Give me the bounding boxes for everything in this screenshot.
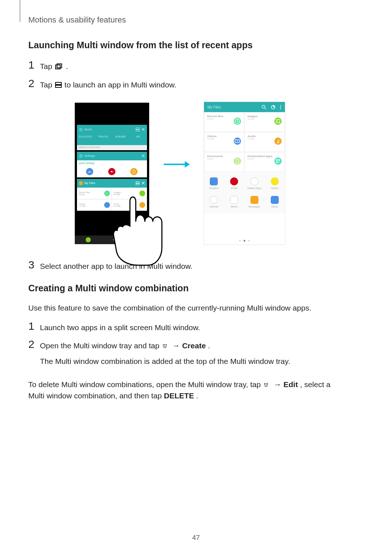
phone-screenshot-myfiles: My Files Recent files0.00 B Images30 MB … <box>204 102 285 245</box>
app-header: My Files <box>204 102 285 112</box>
svg-point-27 <box>164 347 164 348</box>
svg-point-34 <box>267 385 268 385</box>
svg-rect-7 <box>136 181 139 183</box>
dropbox-icon <box>210 177 218 185</box>
app-label: Dropbox <box>209 187 219 189</box>
svg-point-35 <box>265 386 266 387</box>
svg-point-21 <box>163 344 164 345</box>
svg-point-11 <box>280 105 281 106</box>
tray-menu-icon <box>162 341 170 352</box>
svg-rect-6 <box>133 170 135 173</box>
display-icon <box>130 168 138 175</box>
app-label: Music <box>271 205 278 208</box>
step-1: 1 Tap . <box>28 59 331 73</box>
section-intro: Use this feature to save the combination… <box>28 303 331 313</box>
list-header: DEFAULT PLAYLISTS <box>77 145 147 150</box>
cell-title: Videos <box>79 203 86 205</box>
more-icon <box>280 105 281 110</box>
txt: Tap <box>40 81 54 89</box>
svg-rect-1 <box>57 64 62 68</box>
memo-icon <box>230 196 238 204</box>
svg-rect-19 <box>278 159 280 161</box>
step-number: 1 <box>28 59 40 70</box>
svg-point-30 <box>266 383 266 384</box>
app-label: Messages <box>249 205 260 208</box>
txt: . <box>66 62 68 70</box>
gallery-icon <box>271 177 279 185</box>
quick-settings-row <box>77 166 147 177</box>
edit-label: Edit <box>283 380 298 389</box>
close-icon <box>142 154 145 157</box>
storage-icon <box>271 105 275 110</box>
galaxy-apps-icon <box>250 177 258 185</box>
search-icon <box>262 105 266 110</box>
step-b2: 2 Open the Multi window tray and tap → C… <box>28 339 331 374</box>
page-number: 47 <box>0 534 392 542</box>
step-number: 2 <box>28 339 40 350</box>
svg-rect-3 <box>56 85 61 87</box>
svg-point-12 <box>280 107 281 108</box>
phone-icon <box>86 237 91 242</box>
data-usage-icon <box>86 168 93 175</box>
hand-pointer-illustration <box>113 193 164 266</box>
multiwindow-icon <box>55 80 62 91</box>
step-3: 3 Select another app to launch in Multi … <box>28 259 331 272</box>
section-heading-b: Creating a Multi window combination <box>28 283 331 294</box>
tray-menu-icon <box>264 379 271 390</box>
svg-point-33 <box>266 385 266 385</box>
multiwindow-icon <box>136 128 139 131</box>
svg-point-29 <box>264 383 265 384</box>
step-number: 2 <box>28 78 40 89</box>
svg-point-22 <box>164 344 165 345</box>
delete-label: DELETE <box>164 391 194 400</box>
recent-card-settings: Settings <box>77 152 147 160</box>
app-label: Gallery <box>271 187 279 189</box>
svg-point-24 <box>163 346 164 346</box>
svg-rect-8 <box>136 183 139 185</box>
cell-title: Recent files <box>79 191 90 193</box>
section-heading-a: Launching Multi window from the list of … <box>28 40 331 50</box>
chapter-title: Motions & usability features <box>28 15 126 25</box>
svg-point-9 <box>262 105 265 108</box>
svg-point-26 <box>166 346 167 346</box>
svg-point-31 <box>267 383 268 384</box>
svg-point-28 <box>165 347 166 348</box>
step-text: Tap . <box>40 59 68 73</box>
recent-card-files: My Files <box>77 179 147 188</box>
recents-icon <box>55 61 63 72</box>
documents-icon <box>234 157 241 165</box>
section-outro: To delete Multi window combinations, ope… <box>28 379 331 402</box>
tab: PLAYLISTS <box>77 134 94 145</box>
recent-icon <box>234 118 241 125</box>
svg-rect-20 <box>276 161 278 163</box>
svg-point-36 <box>266 386 267 387</box>
arrow-right-icon <box>164 164 189 165</box>
step-text: Tap to launch an app in Multi window. <box>40 78 176 91</box>
step-note: The Multi window combination is added at… <box>40 356 290 367</box>
txt: to launch an app in Multi window. <box>65 81 176 89</box>
txt: To delete Multi window combinations, ope… <box>28 380 263 389</box>
card-title: My Files <box>85 181 95 185</box>
close-icon <box>142 181 145 185</box>
svg-rect-5 <box>136 130 139 131</box>
phone-screenshot-recents: Music PLAYLISTS TRACKS ALBUMS AR DEFAULT… <box>75 103 149 244</box>
app-label: Galaxy Apps <box>247 187 261 189</box>
page-decor <box>20 0 20 22</box>
multiwindow-icon <box>136 181 139 185</box>
svg-rect-4 <box>136 128 139 129</box>
svg-point-13 <box>280 108 281 110</box>
step-b1: 1 Launch two apps in a split screen Mult… <box>28 321 331 333</box>
page-content: Launching Multi window from the list of … <box>28 40 331 409</box>
videos-icon <box>234 138 241 145</box>
close-icon <box>142 128 145 131</box>
create-label: Create <box>182 341 206 350</box>
txt: Open the Multi window tray and tap <box>40 341 162 350</box>
step-number: 1 <box>28 321 40 332</box>
card-title: Settings <box>85 154 95 157</box>
step-2: 2 Tap to launch an app in Multi window. <box>28 78 331 91</box>
tab: ALBUMS <box>112 134 129 145</box>
recent-icon <box>104 190 110 196</box>
svg-point-23 <box>166 344 167 345</box>
step-text: Open the Multi window tray and tap → Cre… <box>40 339 290 374</box>
email-icon <box>230 177 238 185</box>
